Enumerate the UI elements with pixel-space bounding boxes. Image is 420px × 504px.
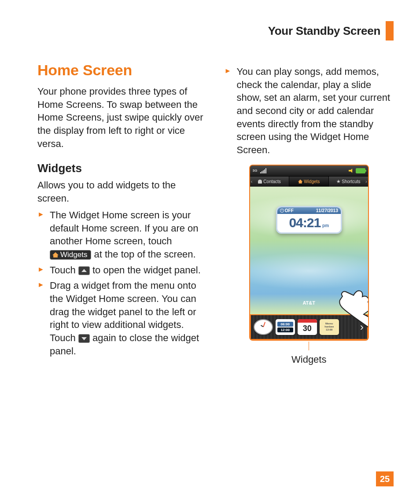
clock-time-row: 04:21 pm bbox=[277, 214, 341, 232]
triangle-down-icon bbox=[350, 298, 355, 302]
section-heading: Home Screen bbox=[37, 62, 207, 79]
bullet-item-3: Drag a widget from the menu onto the Wid… bbox=[37, 279, 207, 357]
triangle-up-icon bbox=[81, 269, 87, 272]
arrow-up-button-icon bbox=[78, 266, 90, 275]
callout-label: Widgets bbox=[225, 354, 394, 365]
widget-dual-clock[interactable]: 06:00 12:00 bbox=[276, 319, 295, 335]
phone-statusbar: 3G bbox=[250, 166, 368, 176]
network-indicator: 3G bbox=[253, 169, 258, 173]
tray-next-arrow-icon[interactable]: › bbox=[360, 321, 364, 333]
content-columns: Home Screen Your phone provides three ty… bbox=[37, 62, 394, 365]
tab-contacts-label: Contacts bbox=[263, 179, 280, 184]
clock-time: 04:21 bbox=[289, 215, 321, 230]
memo-line-1: Memo bbox=[321, 322, 338, 325]
widget-memo[interactable]: Memo hanbee 12:00 bbox=[320, 319, 339, 335]
triangle-down-icon bbox=[81, 337, 87, 340]
alarm-clock-icon bbox=[280, 209, 284, 213]
chevron-right-icon: › bbox=[365, 179, 367, 184]
widgets-chip-label: Widgets bbox=[60, 251, 87, 259]
right-bullet: You can play songs, add memos, check the… bbox=[225, 65, 394, 157]
widget-analog-clock[interactable] bbox=[254, 319, 273, 335]
clock-ampm: pm bbox=[322, 223, 329, 228]
contact-icon bbox=[258, 180, 262, 184]
widgets-subtitle: Allows you to add widgets to the screen. bbox=[37, 179, 207, 205]
phone-tabs: ‹ Contacts Widgets Shortcuts › bbox=[250, 176, 368, 187]
widgets-bullet-list: The Widget Home screen is your default H… bbox=[37, 209, 207, 358]
widget-tray-toggle[interactable] bbox=[344, 295, 360, 305]
bullet-2-pre: Touch bbox=[50, 265, 78, 276]
home-icon bbox=[52, 252, 59, 258]
status-icons bbox=[349, 168, 365, 173]
alarm-status: OFF bbox=[285, 208, 294, 213]
clock-widget-header: OFF 11/27/2013 bbox=[277, 207, 341, 214]
page-header: Your Standby Screen bbox=[268, 21, 394, 40]
right-bullet-list: You can play songs, add memos, check the… bbox=[225, 65, 394, 157]
intro-paragraph: Your phone provides three types of Home … bbox=[37, 85, 207, 150]
memo-line-3: 12:00 bbox=[321, 328, 338, 331]
dual-clock-top: 06:00 bbox=[277, 322, 293, 327]
home-icon bbox=[298, 180, 302, 184]
bullet-item-1: The Widget Home screen is your default H… bbox=[37, 209, 207, 261]
phone-figure: 3G ‹ Contacts bbox=[225, 165, 394, 365]
speaker-icon bbox=[349, 168, 354, 173]
manual-page: Your Standby Screen Home Screen Your pho… bbox=[0, 0, 420, 504]
battery-icon bbox=[356, 168, 365, 173]
dual-clock-bottom: 12:00 bbox=[277, 327, 293, 332]
left-column: Home Screen Your phone provides three ty… bbox=[37, 62, 207, 365]
bullet-1-pre: The Widget Home screen is your default H… bbox=[50, 210, 199, 246]
chevron-left-icon: ‹ bbox=[251, 179, 253, 184]
widgets-tab-chip: Widgets bbox=[50, 250, 91, 260]
tab-shortcuts-label: Shortcuts bbox=[342, 179, 360, 184]
tab-shortcuts[interactable]: Shortcuts › bbox=[329, 177, 368, 187]
signal-icon bbox=[260, 168, 266, 173]
page-number: 25 bbox=[376, 471, 394, 486]
calendar-strip bbox=[298, 319, 317, 323]
tab-widgets-label: Widgets bbox=[304, 179, 320, 184]
bullet-1-post: at the top of the screen. bbox=[94, 249, 196, 260]
widgets-heading: Widgets bbox=[37, 162, 207, 175]
widget-calendar[interactable]: 30 bbox=[298, 319, 317, 335]
tab-widgets[interactable]: Widgets bbox=[289, 177, 329, 187]
right-column: You can play songs, add memos, check the… bbox=[225, 62, 394, 365]
calendar-day: 30 bbox=[298, 323, 317, 335]
clock-date: 11/27/2013 bbox=[316, 208, 338, 213]
phone-shell: 3G ‹ Contacts bbox=[249, 165, 369, 341]
bullet-item-2: Touch to open the widget panel. bbox=[37, 264, 207, 277]
tab-contacts[interactable]: ‹ Contacts bbox=[250, 177, 290, 187]
widget-tray[interactable]: 06:00 12:00 30 Memo hanbee 12:00 › bbox=[250, 314, 368, 340]
star-icon bbox=[336, 180, 340, 184]
callout-line bbox=[309, 342, 309, 350]
bullet-2-post: to open the widget panel. bbox=[92, 265, 201, 276]
header-accent-bar bbox=[386, 21, 394, 40]
clock-widget[interactable]: OFF 11/27/2013 04:21 pm bbox=[276, 206, 342, 234]
header-title: Your Standby Screen bbox=[268, 24, 380, 38]
arrow-down-button-icon bbox=[78, 334, 90, 343]
memo-line-2: hanbee bbox=[321, 325, 338, 328]
